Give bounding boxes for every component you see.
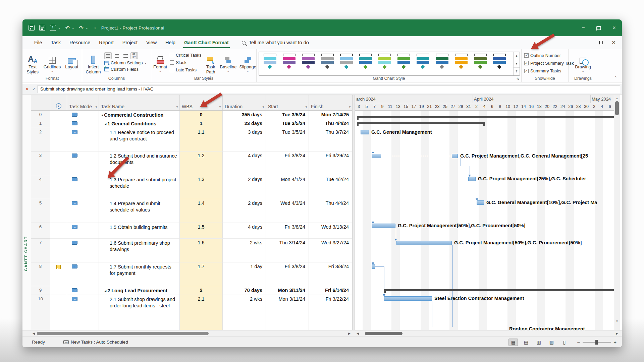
cell-info[interactable] <box>50 239 67 262</box>
cancel-entry-icon[interactable]: ✕ <box>24 87 30 92</box>
close-button[interactable]: × <box>606 19 622 36</box>
gallery-more-icon[interactable]: ⊽ <box>514 67 520 75</box>
cell-finish[interactable]: Thu 4/4/24 <box>309 199 353 223</box>
table-row[interactable]: 1→◢1 General Conditions123 daysTue 3/5/2… <box>31 119 353 128</box>
table-row[interactable]: 10→2.1 Submit shop drawings and order lo… <box>31 295 353 330</box>
gantt-bar[interactable] <box>372 154 381 158</box>
gantt-chart-view-button[interactable]: ▦ <box>508 339 518 346</box>
cell-task-mode[interactable]: → <box>67 223 99 239</box>
cell-duration[interactable]: 4 days <box>223 223 266 239</box>
scrollbar-thumb[interactable] <box>615 101 619 115</box>
confirm-entry-icon[interactable]: ✓ <box>31 87 37 92</box>
column-header-Start[interactable]: Start▼ <box>266 95 309 110</box>
cell-task-mode[interactable]: → <box>67 295 99 330</box>
gallery-up-icon[interactable]: ▲ <box>514 52 520 60</box>
cell-wbs[interactable]: 0 <box>180 111 223 119</box>
table-row[interactable]: 0→◢Commercial Construction0355 daysTue 3… <box>31 111 353 119</box>
cell-finish[interactable]: Thu 3/7/24 <box>309 128 353 152</box>
column-header-rownum[interactable] <box>31 95 50 110</box>
scroll-left-icon[interactable]: ◀ <box>33 332 35 335</box>
gantt-bar[interactable] <box>372 224 395 228</box>
cell-wbs[interactable]: 1.4 <box>180 199 223 223</box>
cell-finish[interactable]: Tue 4/2/24 <box>309 175 353 199</box>
cell-task-name[interactable]: 1.1 Receive notice to proceed and sign c… <box>99 128 180 152</box>
align-left-button[interactable] <box>104 52 112 59</box>
cell-start[interactable]: Fri 3/8/24 <box>266 223 309 239</box>
zoom-slider[interactable]: − + <box>577 339 616 345</box>
row-number[interactable]: 1 <box>31 119 50 128</box>
zoom-in-icon[interactable]: + <box>613 339 616 345</box>
align-center-button[interactable] <box>113 52 120 59</box>
row-number[interactable]: 8 <box>31 262 50 286</box>
cell-task-mode[interactable]: → <box>67 175 99 199</box>
cell-task-name[interactable]: 1.6 Submit preliminary shop drawings <box>99 239 180 262</box>
scroll-right-icon[interactable]: ▶ <box>348 332 351 335</box>
cell-info[interactable] <box>50 286 67 295</box>
column-header-info[interactable]: i <box>50 95 67 110</box>
cell-finish[interactable]: Fri 3/29/24 <box>309 152 353 175</box>
restore-button[interactable] <box>591 19 606 36</box>
cell-task-name[interactable]: 1.2 Submit bond and insurance documents <box>99 152 180 175</box>
minimize-button[interactable]: − <box>576 19 591 36</box>
cell-finish[interactable]: Thu 4/4/24 <box>309 119 353 128</box>
cell-start[interactable]: Fri 3/8/24 <box>266 152 309 175</box>
cell-task-name[interactable]: 2.1 Submit shop drawings and order long … <box>99 295 180 330</box>
cell-task-mode[interactable]: → <box>67 111 99 119</box>
cell-duration[interactable]: 355 days <box>223 111 266 119</box>
cell-task-name[interactable]: ◢2 Long Lead Procurement <box>99 286 180 295</box>
gantt-bar[interactable] <box>384 296 432 301</box>
save-as-icon[interactable] <box>50 25 56 31</box>
gantt-style-swatch-8[interactable] <box>394 53 413 74</box>
tab-gantt-chart-format[interactable]: Gantt Chart Format <box>180 36 233 49</box>
checkbox-icon[interactable] <box>170 68 174 72</box>
tab-view[interactable]: View <box>142 36 161 49</box>
tab-project[interactable]: Project <box>118 36 142 49</box>
checkbox-project-summary-task[interactable]: ✓Project Summary Task <box>524 61 568 66</box>
expand-triangle-icon[interactable]: ◢ <box>104 289 106 292</box>
cell-duration[interactable]: 23 days <box>223 119 266 128</box>
cell-task-name[interactable]: ◢Commercial Construction <box>99 111 180 119</box>
chevron-down-icon[interactable]: ⌄ <box>72 26 74 29</box>
save-icon[interactable] <box>39 25 45 31</box>
checkbox-icon[interactable]: ✓ <box>524 69 529 73</box>
cell-info[interactable] <box>50 152 67 175</box>
cell-finish[interactable]: Fri 3/22/24 <box>309 295 353 330</box>
gantt-bar[interactable] <box>452 154 458 158</box>
scroll-up-icon[interactable]: ▲ <box>614 97 620 100</box>
gantt-bar[interactable] <box>396 241 452 245</box>
cell-finish[interactable]: Mon 7/14/25 <box>309 111 353 119</box>
gantt-bar[interactable] <box>372 264 375 269</box>
cell-finish[interactable]: Fri 6/14/24 <box>309 286 353 295</box>
gantt-style-swatch-10[interactable] <box>432 53 451 74</box>
row-number[interactable]: 4 <box>31 175 50 199</box>
row-number[interactable]: 9 <box>31 286 50 295</box>
cell-start[interactable]: Tue 3/5/24 <box>266 119 309 128</box>
checkbox-summary-tasks[interactable]: ✓Summary Tasks <box>524 68 568 73</box>
filter-dropdown-icon[interactable]: ▼ <box>262 106 265 109</box>
cell-wbs[interactable]: 1.2 <box>180 152 223 175</box>
cell-duration[interactable]: 2 days <box>223 175 266 199</box>
gantt-style-swatch-6[interactable] <box>356 53 375 74</box>
cell-wbs[interactable]: 1.3 <box>180 175 223 199</box>
tab-help[interactable]: Help <box>161 36 180 49</box>
table-row[interactable]: 9→◢2 Long Lead Procurement270 daysMon 3/… <box>31 286 353 295</box>
cell-duration[interactable]: 1 day <box>223 262 266 286</box>
zoom-thumb[interactable] <box>595 340 598 345</box>
cell-info[interactable] <box>50 128 67 152</box>
tab-task[interactable]: Task <box>46 36 65 49</box>
gantt-bar[interactable] <box>468 177 476 181</box>
cell-finish[interactable]: Wed 3/27/24 <box>309 239 353 262</box>
redo-icon[interactable]: ↷ <box>79 25 84 31</box>
cell-wbs[interactable]: 1.1 <box>180 128 223 152</box>
cell-wbs[interactable]: 2.1 <box>180 295 223 330</box>
chevron-down-icon[interactable]: ⌄ <box>58 26 61 29</box>
close-ribbon-window-icon[interactable]: ✕ <box>611 40 616 46</box>
gantt-style-swatch-3[interactable] <box>299 53 318 74</box>
report-view-button[interactable]: ▯ <box>559 339 569 346</box>
cell-task-name[interactable]: ◢1 General Conditions <box>99 119 180 128</box>
tab-resource[interactable]: Resource <box>65 36 95 49</box>
scroll-right-icon[interactable]: ▶ <box>616 332 618 335</box>
expand-triangle-icon[interactable]: ◢ <box>104 122 106 125</box>
cell-duration[interactable]: 70 days <box>223 286 266 295</box>
cell-info[interactable] <box>50 223 67 239</box>
